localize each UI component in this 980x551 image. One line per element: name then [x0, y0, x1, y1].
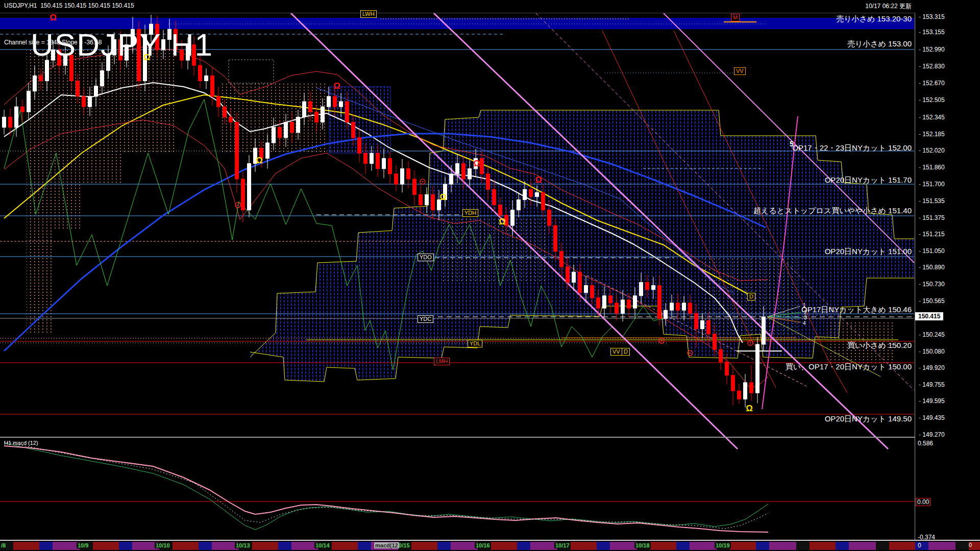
chart-label-box: YDC: [418, 315, 433, 323]
candle-body: [39, 76, 43, 81]
price-tick-label: 151.535: [919, 197, 945, 205]
candle-body: [205, 76, 208, 81]
jp-annotation-label: 売り小さめ 153.00: [847, 39, 912, 49]
omega-signal-icon: Ω: [256, 156, 263, 165]
price-tick-label: 150.245: [919, 331, 945, 338]
candle-body: [395, 174, 398, 184]
candle-body: [542, 192, 545, 210]
candle-body: [278, 128, 282, 138]
macd-scale-label: -0.374: [918, 534, 935, 541]
candle-body: [762, 317, 766, 344]
chart-label-box: VV: [610, 348, 622, 356]
forecast-number-label: 3: [804, 315, 807, 320]
candle-body: [609, 296, 612, 303]
candle-body: [94, 86, 98, 96]
candle-body: [431, 194, 435, 210]
macd-corner-zero: 0: [918, 542, 921, 549]
candle-body: [327, 96, 331, 107]
price-tick-label: 151.860: [919, 164, 945, 171]
candle-body: [217, 96, 220, 107]
timeline-divider: [0, 540, 980, 541]
date-axis-label: 10/13: [235, 542, 251, 548]
timeline-zero-label: 0: [969, 542, 972, 548]
candle-body: [419, 194, 423, 205]
candle-body: [101, 70, 104, 86]
circle-signal-dot: [237, 205, 239, 206]
macd-scale-label: 0.00: [916, 498, 930, 506]
candle-body: [621, 300, 625, 313]
annotation-rects: [229, 60, 274, 83]
chart-label-box: D: [622, 348, 630, 356]
macd-overlap-badge: macd(12: [374, 542, 399, 548]
current-price-badge: 150.415: [915, 312, 943, 320]
omega-signal-icon: Ω: [499, 217, 506, 227]
candle-body: [670, 303, 674, 310]
date-axis-label: 10/10: [155, 542, 171, 548]
candle-body: [517, 199, 521, 210]
candle-body: [370, 153, 374, 163]
candle-body: [450, 174, 453, 184]
candle-body: [223, 107, 227, 117]
macd-layer: [0, 442, 914, 532]
circle-signal-dot: [750, 342, 751, 344]
chart-label-box: LMH: [434, 358, 450, 365]
candle-body: [725, 362, 729, 375]
price-tick-label: 152.345: [919, 114, 945, 121]
chart-canvas[interactable]: ΩΩΩΩΩΩΩΩΩ51234: [0, 0, 980, 551]
chart-label-box: YDL: [468, 340, 482, 347]
price-scale-divider[interactable]: [915, 13, 915, 540]
price-tick-label: 149.920: [919, 364, 945, 371]
trading-chart-window: USDJPY,H1 150.415 150.415 150.415 150.41…: [0, 0, 980, 551]
candle-body: [352, 122, 355, 138]
candle-body: [523, 189, 527, 199]
candle-body: [9, 117, 12, 127]
chart-label-box: YDO: [418, 254, 434, 261]
candle-body: [462, 164, 465, 179]
candle-body: [756, 344, 760, 393]
candle-body: [640, 282, 643, 295]
candle-body: [615, 303, 619, 313]
candle-body: [548, 210, 551, 226]
candle-body: [199, 65, 202, 81]
candle-body: [290, 122, 294, 133]
price-tick-label: 152.185: [919, 131, 945, 138]
candle-body: [591, 285, 594, 297]
macd-white-dotted: [4, 442, 768, 529]
chart-label-box: M: [731, 14, 740, 21]
price-tick-label: 150.565: [919, 297, 945, 305]
price-tick-label: 149.435: [919, 414, 945, 421]
candle-body: [241, 179, 245, 210]
macd-indicator-label: H1 macd (12): [4, 440, 38, 446]
price-tick-label: 149.270: [919, 431, 945, 438]
price-tick-label: 151.215: [919, 231, 945, 238]
price-tick-label: 151.050: [919, 247, 945, 255]
circle-signal-dot: [690, 353, 691, 354]
jp-annotation-label: OP20日NYカット 151.00: [825, 247, 912, 257]
date-axis-label: 10/19: [715, 542, 731, 548]
price-tick-label: 152.505: [919, 96, 945, 104]
candle-body: [744, 383, 747, 399]
price-tick-label: 150.890: [919, 264, 945, 271]
candle-body: [676, 303, 680, 310]
candle-body: [646, 282, 649, 289]
date-axis-label: 10/16: [475, 542, 491, 548]
header-divider: [0, 13, 915, 13]
price-tick-label: 152.990: [919, 46, 945, 53]
candle-body: [358, 138, 361, 153]
omega-signal-icon: Ω: [333, 81, 340, 91]
candle-body: [468, 169, 472, 179]
candle-body: [376, 153, 380, 168]
candle-body: [499, 205, 502, 215]
candle-body: [45, 60, 49, 81]
candle-body: [535, 192, 539, 196]
jp-annotation-label: 超えるとストップロス買いやや小さめ 151.40: [753, 206, 912, 216]
candle-body: [82, 96, 86, 107]
macd-scale-label: 0.586: [918, 440, 933, 447]
date-axis-label: /8: [0, 542, 7, 548]
macd-panel-divider[interactable]: [0, 437, 915, 438]
omega-signal-icon: Ω: [439, 192, 447, 202]
candle-body: [480, 158, 484, 173]
candle-body: [309, 102, 312, 112]
candle-body: [407, 169, 410, 179]
channel-info-label: Channel size = 1348 Slope = -36.58: [4, 39, 102, 46]
